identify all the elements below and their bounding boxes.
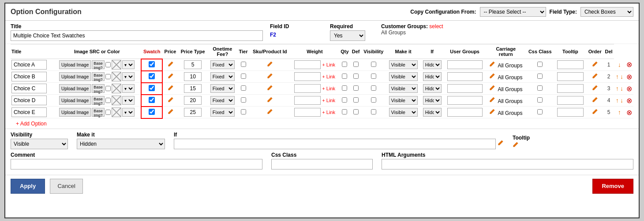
tooltip-pencil-0[interactable]: [592, 63, 598, 69]
base-img-btn-3[interactable]: BaseImg?: [92, 96, 105, 105]
required-select[interactable]: Yes: [330, 30, 365, 41]
qty-check-0[interactable]: [353, 62, 359, 67]
ug-pencil-0[interactable]: [489, 63, 497, 69]
field-type-select[interactable]: Check Boxes: [580, 7, 633, 17]
css-class-input-1[interactable]: [557, 72, 584, 81]
choice-input-3[interactable]: [11, 96, 47, 105]
base-img-check-2[interactable]: [105, 86, 111, 91]
price-pencil-2[interactable]: [168, 86, 174, 92]
price-type-select-4[interactable]: Fixed: [210, 108, 235, 117]
title-input[interactable]: [11, 30, 263, 41]
ug-pencil-3[interactable]: [489, 98, 497, 104]
carriage-check-3[interactable]: [537, 97, 543, 103]
base-img-btn-1[interactable]: BaseImg?: [92, 72, 105, 81]
del-btn-2[interactable]: ⊗: [626, 85, 632, 92]
upload-btn-4[interactable]: Upload Image: [59, 108, 91, 117]
price-type-select-1[interactable]: Fixed: [210, 72, 235, 81]
visibility-select[interactable]: Visible: [11, 139, 68, 149]
weight-check-1[interactable]: [342, 74, 347, 79]
price-pencil-3[interactable]: [168, 98, 174, 104]
visibility-select-0[interactable]: Visible: [389, 60, 418, 69]
if-input-3[interactable]: [447, 96, 483, 105]
weight-check-0[interactable]: [342, 62, 347, 67]
onetime-fee-check-3[interactable]: [241, 97, 246, 103]
arrow-down-1[interactable]: ↓: [620, 73, 623, 80]
base-img-btn-2[interactable]: BaseImg?: [92, 84, 105, 93]
tooltip-pencil-1[interactable]: [592, 74, 598, 81]
tier-pencil-1[interactable]: [267, 74, 273, 81]
swatch-checkbox-4[interactable]: [149, 109, 155, 115]
price-input-2[interactable]: [184, 84, 202, 93]
weight-check-3[interactable]: [342, 97, 347, 103]
arrow-up-3[interactable]: ↑: [616, 97, 619, 104]
del-btn-0[interactable]: ⊗: [626, 61, 632, 68]
sku-input-0[interactable]: [294, 60, 321, 69]
visibility-select-3[interactable]: Visible: [389, 96, 418, 105]
sku-link-2[interactable]: + Link: [322, 86, 335, 91]
if-input-1[interactable]: [447, 72, 483, 81]
price-input-1[interactable]: [184, 72, 202, 81]
upload-btn-0[interactable]: Upload Image: [59, 60, 91, 69]
make-it-select[interactable]: Hidden: [77, 139, 165, 149]
sku-link-0[interactable]: + Link: [322, 62, 335, 67]
swatch-checkbox-0[interactable]: [149, 61, 155, 67]
css-class-input-4[interactable]: [557, 108, 584, 117]
if-input[interactable]: [174, 139, 496, 149]
tooltip-pencil-4[interactable]: [592, 110, 598, 116]
del-btn-4[interactable]: ⊗: [626, 109, 632, 116]
if-input-2[interactable]: [447, 84, 483, 93]
if-input-0[interactable]: [447, 60, 483, 69]
price-input-0[interactable]: [184, 60, 202, 69]
qty-check-1[interactable]: [353, 74, 359, 79]
make-it-select-0[interactable]: Hidd: [423, 60, 442, 69]
sku-link-3[interactable]: + Link: [322, 98, 335, 103]
def-check-4[interactable]: [371, 109, 376, 114]
arrow-down-0[interactable]: ↓: [618, 61, 621, 68]
def-check-1[interactable]: [371, 74, 376, 79]
qty-check-3[interactable]: [353, 97, 359, 103]
make-it-select-2[interactable]: Hidd: [423, 84, 442, 93]
base-img-check-3[interactable]: [105, 98, 111, 103]
tier-pencil-4[interactable]: [267, 110, 273, 116]
tooltip-pencil-icon[interactable]: [513, 143, 519, 149]
sku-input-1[interactable]: [294, 72, 321, 81]
arrow-up-2[interactable]: ↑: [616, 85, 619, 92]
sku-input-4[interactable]: [294, 108, 321, 117]
qty-check-4[interactable]: [353, 109, 359, 114]
comment-input[interactable]: [11, 159, 262, 169]
tier-pencil-0[interactable]: [267, 63, 273, 69]
choice-input-4[interactable]: [11, 107, 47, 117]
base-img-btn-0[interactable]: BaseImg?: [92, 60, 105, 69]
img-select-4[interactable]: ▾: [122, 108, 135, 117]
price-input-3[interactable]: [184, 96, 202, 105]
visibility-select-2[interactable]: Visible: [389, 84, 418, 93]
img-select-1[interactable]: ▾: [122, 72, 135, 81]
weight-check-2[interactable]: [342, 85, 347, 91]
price-type-select-2[interactable]: Fixed: [210, 84, 235, 93]
price-input-4[interactable]: [184, 108, 202, 117]
base-img-btn-4[interactable]: BaseImg?: [92, 108, 105, 117]
css-class-input[interactable]: [271, 159, 373, 169]
base-img-check-1[interactable]: [105, 74, 111, 79]
price-pencil-0[interactable]: [168, 63, 174, 69]
choice-input-1[interactable]: [11, 72, 47, 81]
img-select-3[interactable]: ▾: [122, 96, 135, 105]
carriage-check-4[interactable]: [537, 109, 543, 114]
css-class-input-3[interactable]: [557, 96, 584, 105]
del-btn-3[interactable]: ⊗: [626, 97, 632, 104]
ug-pencil-4[interactable]: [489, 110, 497, 116]
weight-check-4[interactable]: [342, 109, 347, 114]
tooltip-pencil-2[interactable]: [592, 86, 598, 92]
html-args-input[interactable]: [382, 159, 633, 169]
carriage-check-0[interactable]: [537, 62, 543, 67]
css-class-input-0[interactable]: [557, 60, 584, 69]
carriage-check-1[interactable]: [537, 74, 543, 79]
onetime-fee-check-1[interactable]: [241, 74, 246, 79]
price-type-select-3[interactable]: Fixed: [210, 96, 235, 105]
choice-input-2[interactable]: [11, 84, 47, 93]
sku-link-4[interactable]: + Link: [322, 110, 335, 115]
ug-pencil-1[interactable]: [489, 74, 497, 81]
onetime-fee-check-0[interactable]: [241, 62, 246, 67]
upload-btn-1[interactable]: Upload Image: [59, 72, 91, 81]
upload-btn-2[interactable]: Upload Image: [59, 84, 91, 93]
